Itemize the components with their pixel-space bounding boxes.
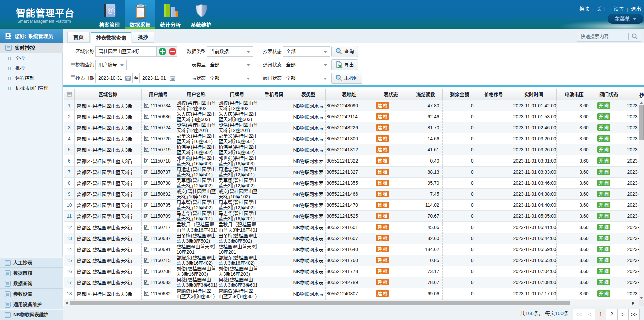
svg-text:@: @: [107, 7, 114, 14]
